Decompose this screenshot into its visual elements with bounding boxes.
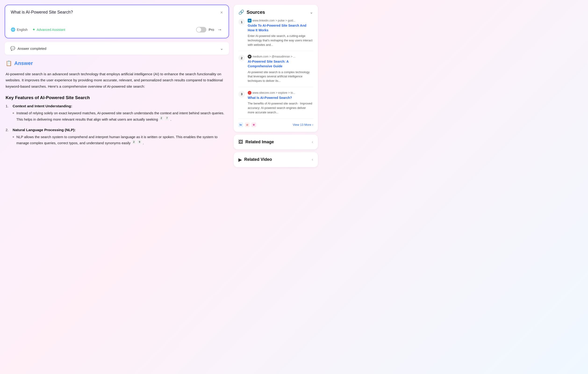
answer-completed-left: 💬 Answer completed (10, 46, 46, 51)
answer-icon: 📋 (6, 60, 12, 66)
answer-completed-box[interactable]: 💬 Answer completed ⌄ (5, 42, 229, 55)
source-favicon-3: ○ (248, 91, 252, 95)
source-desc-2: AI-powered site search is a complex tech… (248, 70, 313, 83)
submit-button[interactable]: → (216, 26, 223, 33)
chat-bubble-icon: 💬 (10, 46, 15, 51)
source-item-3: 3 ○ www.sitecore.com > explore > to... W… (238, 91, 313, 119)
search-query: What is AI-Powered Site Search? (11, 10, 73, 15)
advanced-label: Advanced Assistant (37, 28, 65, 32)
pro-label: Pro (209, 28, 214, 32)
ref-badge-2b[interactable]: 2 (132, 140, 136, 144)
search-options: 🌐 English ✦ Advanced Assistant (11, 27, 65, 32)
sidebar: 🔗 Sources ⌄ 1 in www.linkedin.com > puls… (234, 5, 318, 369)
source-desc-1: Enter AI-powered site search, a cutting-… (248, 34, 313, 47)
source-favicon-2: M (248, 55, 252, 58)
ref-badge-9[interactable]: 9 (137, 140, 142, 144)
key-features-heading: Key Features of AI-Powered Site Search (6, 95, 228, 100)
sources-title-row: 🔗 Sources (238, 9, 265, 15)
language-option[interactable]: 🌐 English (11, 27, 28, 32)
view-more-link[interactable]: View 13 More › (293, 123, 313, 127)
source-url-2: M medium.com > @masudimran > ... (248, 55, 313, 58)
related-video-title: Related Video (244, 157, 272, 162)
source-content-1: in www.linkedin.com > pulse > guid... Gu… (248, 19, 313, 47)
feature-title-2: Natural Language Processing (NLP): (13, 128, 228, 132)
globe-icon: 🌐 (11, 27, 15, 32)
related-image-chevron-icon[interactable]: ‹ (312, 139, 313, 144)
ref-badge-7[interactable]: 7 (165, 116, 169, 120)
feature-bullets-1: Instead of relying solely on exact keywo… (13, 110, 228, 122)
related-video-title-row: ▶ Related Video (238, 157, 272, 162)
source-content-3: ○ www.sitecore.com > explore > to... Wha… (248, 91, 313, 115)
related-image-title: Related Image (245, 139, 274, 144)
advanced-assistant-option[interactable]: ✦ Advanced Assistant (32, 27, 65, 32)
favicon-mini-at: @ (245, 122, 250, 127)
answer-title: Answer (14, 60, 33, 66)
feature-content-1: Context and Intent Understanding: Instea… (13, 104, 228, 123)
source-item-1: 1 in www.linkedin.com > pulse > guid... … (238, 19, 313, 51)
search-box: What is AI-Powered Site Search? × 🌐 Engl… (5, 5, 229, 38)
source-favicon-1: in (248, 19, 252, 22)
image-icon: 🖼 (238, 139, 243, 145)
source-url-1: in www.linkedin.com > pulse > guid... (248, 19, 313, 22)
feature-item-2: 2. Natural Language Processing (NLP): NL… (6, 128, 228, 147)
advanced-icon: ✦ (32, 27, 35, 32)
sources-chevron-icon[interactable]: ⌄ (310, 10, 313, 15)
related-image-header: 🖼 Related Image ‹ (238, 139, 313, 145)
bullet-item-2-1: NLP allows the search system to comprehe… (13, 134, 228, 146)
source-url-3: ○ www.sitecore.com > explore > to... (248, 91, 313, 95)
source-content-2: M medium.com > @masudimran > ... AI-Powe… (248, 55, 313, 83)
sources-header: 🔗 Sources ⌄ (238, 9, 313, 15)
source-title-2[interactable]: AI-Powered Site Search: A Comprehensive … (248, 59, 313, 68)
language-label: English (17, 28, 28, 32)
source-title-3[interactable]: What Is AI-Powered Search? (248, 96, 313, 100)
view-more-row: lw @ ✿ View 13 More › (238, 122, 313, 127)
answer-completed-label: Answer completed (18, 46, 46, 51)
answer-section: 📋 Answer AI-powered site search is an ad… (5, 58, 229, 153)
feature-num-1: 1. (6, 104, 10, 123)
ref-badge-2[interactable]: 2 (159, 116, 163, 120)
favicon-mini-lw: lw (238, 122, 243, 127)
main-content: What is AI-Powered Site Search? × 🌐 Engl… (5, 5, 229, 369)
source-num-3: 3 (238, 91, 245, 97)
bullet-text-2-1: NLP allows the search system to comprehe… (16, 135, 218, 145)
feature-title-1: Context and Intent Understanding: (13, 104, 228, 108)
close-button[interactable]: × (220, 10, 223, 15)
answer-intro: AI-powered site search is an advanced se… (6, 71, 228, 89)
search-footer: 🌐 English ✦ Advanced Assistant Pro → (11, 26, 223, 33)
source-item-2: 2 M medium.com > @masudimran > ... AI-Po… (238, 55, 313, 87)
sources-title: Sources (247, 10, 265, 15)
source-num-2: 2 (238, 55, 245, 61)
sources-card: 🔗 Sources ⌄ 1 in www.linkedin.com > puls… (234, 5, 318, 132)
related-video-chevron-icon[interactable]: ‹ (312, 157, 313, 162)
bullet-text-1-1: Instead of relying solely on exact keywo… (16, 111, 224, 121)
bullet-item-1-1: Instead of relying solely on exact keywo… (13, 110, 228, 122)
pro-toggle-area: Pro → (196, 26, 223, 33)
related-video-header: ▶ Related Video ‹ (238, 157, 313, 162)
feature-num-2: 2. (6, 128, 10, 147)
chevron-down-icon[interactable]: ⌄ (220, 46, 223, 51)
feature-content-2: Natural Language Processing (NLP): NLP a… (13, 128, 228, 147)
bullet-dot (13, 136, 14, 138)
video-icon: ▶ (238, 157, 242, 162)
related-video-card: ▶ Related Video ‹ (234, 152, 318, 167)
source-num-1: 1 (238, 19, 245, 25)
pro-toggle[interactable] (196, 27, 206, 32)
feature-item-1: 1. Context and Intent Understanding: Ins… (6, 104, 228, 123)
search-header: What is AI-Powered Site Search? × (11, 10, 223, 23)
link-icon: 🔗 (238, 9, 244, 15)
feature-bullets-2: NLP allows the search system to comprehe… (13, 134, 228, 146)
answer-heading: 📋 Answer (6, 60, 228, 66)
related-image-title-row: 🖼 Related Image (238, 139, 274, 145)
bullet-dot (13, 112, 14, 114)
source-title-1[interactable]: Guide To AI-Powered Site Search And How … (248, 23, 313, 32)
related-image-card: 🖼 Related Image ‹ (234, 135, 318, 149)
features-list: 1. Context and Intent Understanding: Ins… (6, 104, 228, 147)
favicon-mini-pk: ✿ (252, 122, 256, 127)
source-desc-3: The benefits of AI-powered site search ·… (248, 101, 313, 115)
